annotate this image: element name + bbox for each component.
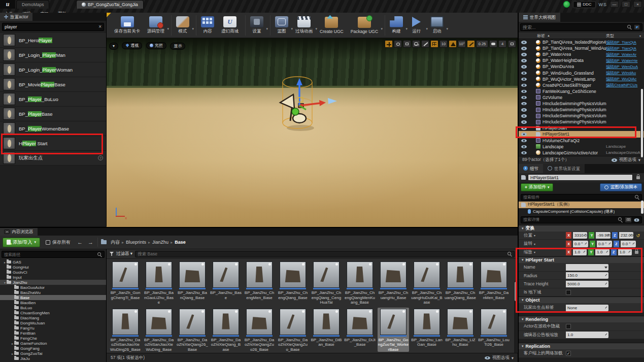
asset-item[interactable]: BP_JianZhu_LiZhu_Base (445, 308, 476, 352)
asset-item[interactable]: BP_JianZhu_ChuangHuDuiKai_Base (411, 260, 443, 305)
transform-gizmo[interactable] (292, 78, 337, 115)
details-search-input[interactable] (523, 217, 616, 222)
add-component-button[interactable]: +添加组件▾ (521, 183, 553, 191)
folder-tree-item[interactable]: BaoGuoActor (0, 285, 106, 290)
scale-tool-button[interactable] (403, 40, 411, 48)
camera-speed-value[interactable]: 4 (498, 40, 506, 48)
billboard-scale-field[interactable]: 1.0 (566, 332, 608, 338)
toolbar-button-package-ugc[interactable]: Package UGC▾ (348, 14, 383, 37)
location-y-field[interactable]: -99.999 (596, 232, 610, 239)
asset-item[interactable]: BP_JianZhu_DaoZhiXieQiang26_Base (177, 308, 208, 352)
outliner-row[interactable]: HIncludeSwimmingPhysicsVolume3 (519, 113, 644, 119)
visibility-eye-icon[interactable] (521, 95, 527, 100)
rotation-z-field[interactable]: 0.0 ° (621, 241, 636, 247)
edit-blueprint-link[interactable]: 编辑BP_WindAu (606, 70, 641, 76)
outliner-row[interactable]: BP_WuQiActor_WeistLamp编辑BP_WuQiAc (519, 76, 644, 82)
toolbar-button-create-ugc[interactable]: Create UGC (317, 14, 348, 37)
section-hplayer-start[interactable]: ▾HPlayer Start (519, 256, 644, 263)
asset-item[interactable]: BP_JianZhu_DaoZhiSanJiaoXieWuDing_Base (143, 308, 175, 352)
reset-to-default-icon[interactable]: ↺ (636, 233, 640, 238)
rotation-snap-button[interactable] (449, 40, 457, 48)
outliner-search-input[interactable] (523, 25, 625, 30)
edit-blueprint-link[interactable]: 编辑BP_TianQiA (606, 46, 641, 51)
asset-item[interactable]: BP_JianZhu_ChengQiang_CengHuaTai (311, 260, 342, 305)
close-button[interactable]: × (633, 1, 642, 8)
radius-field[interactable]: 150.0 (566, 272, 608, 279)
component-capsule-row[interactable]: CapsuleComponent (CollisionCapsule) (继承) (519, 208, 644, 215)
toolbar-button-play[interactable]: 运行▾ (408, 14, 428, 37)
window-tab-asset[interactable]: BP_GongZuoTai_GongJia (76, 0, 144, 9)
section-object[interactable]: ▾Object (519, 297, 644, 303)
edit-blueprint-link[interactable]: 编辑BP_WaterAr (606, 52, 641, 57)
folder-tree-item[interactable]: ▾JianZhu (0, 280, 106, 285)
scale-snap-value[interactable]: 0.25 (476, 40, 488, 48)
place-actor-item[interactable]: BP_Login_PlayerWoman (0, 62, 106, 77)
trace-height-field[interactable]: 5000.0 (566, 281, 608, 287)
folder-tree-item[interactable]: GuolvCi (0, 270, 106, 275)
outliner-row[interactable]: LandscapeLandscape (519, 144, 644, 150)
player-start-gizmo[interactable] (269, 66, 340, 140)
clear-search-icon[interactable]: × (98, 24, 101, 29)
rotation-x-field[interactable]: 0.0 ° (573, 241, 588, 247)
toolbar-button-build[interactable]: 构建▾ (387, 14, 408, 37)
toolbar-button-marketplace[interactable]: 虚幻商城 (219, 14, 243, 37)
outliner-row[interactable]: HVolumeChuFaQi2 (519, 138, 644, 144)
details-scrollbar[interactable] (641, 201, 643, 214)
place-actor-item[interactable]: HPlayer Start (0, 136, 106, 151)
world-local-toggle[interactable] (412, 40, 420, 48)
place-actor-item[interactable]: BP_Login_PlayerMan (0, 48, 106, 62)
place-actor-item[interactable]: BP_PlayerWomenBase (0, 121, 106, 136)
edit-blueprint-link[interactable]: 编辑BP_WuQiAc (606, 76, 641, 82)
outliner-row[interactable]: BP_TianQiArea_IsolatedRegion4编辑BP_TianQi… (519, 39, 644, 45)
move-tool-button[interactable] (385, 40, 393, 48)
outliner-row[interactable]: HIncludeSwimmingPhysicsVolume2 (519, 107, 644, 113)
place-actor-item[interactable]: 玩家出生点? (0, 151, 106, 166)
toolbar-button-settings[interactable]: 设置▾ (248, 14, 268, 37)
visibility-eye-icon[interactable] (521, 64, 527, 69)
viewport-maximize-button[interactable] (508, 40, 516, 48)
tab-details[interactable]: i细节 (519, 164, 543, 173)
tree-expand-icon[interactable]: ▸ (11, 352, 14, 355)
folder-tree-item[interactable]: FengChe (0, 336, 106, 341)
folder-tree-item[interactable]: FangYu (0, 325, 106, 331)
asset-item[interactable]: BP_JianZhu_DanMen_Base (478, 260, 510, 305)
outliner-filter-button[interactable] (634, 24, 640, 30)
visibility-eye-icon[interactable] (521, 101, 527, 106)
outliner-row[interactable]: HPlayerStart1 (519, 131, 644, 137)
outliner-scrollbar[interactable] (640, 89, 643, 160)
rotation-snap-value[interactable]: 10° (458, 40, 466, 48)
asset-item[interactable]: BP_JianZhu_ChengQiang_Base (277, 260, 309, 305)
visibility-eye-icon[interactable] (521, 89, 527, 94)
location-x-field[interactable]: 3310.0 (573, 232, 587, 239)
viewport-perspective-button[interactable]: 透视 (122, 42, 142, 49)
asset-item[interactable]: BP_JianZhu_DiBan_Base (311, 308, 342, 352)
tab-world-settings[interactable]: 世界场景设置 (543, 164, 585, 173)
toolbar-button-launch[interactable]: 启动▾ (428, 14, 448, 37)
toolbar-button-save[interactable]: 保存当前关卡 (112, 14, 145, 37)
tab-place-actors[interactable]: 放置actor (0, 13, 32, 21)
asset-item[interactable]: BP_JianZhu_BanQiang_Base (177, 260, 208, 305)
visibility-eye-icon[interactable] (521, 58, 527, 63)
scale-lock-icon[interactable] (635, 251, 638, 254)
outliner-row[interactable]: LandscapeGizmoActiveActorLandscapeGizmoA (519, 150, 644, 156)
blueprint-add-script-button[interactable]: 蓝图/添加脚本 (600, 183, 642, 191)
visibility-eye-icon[interactable] (521, 52, 527, 57)
tree-expand-icon[interactable]: ▸ (11, 342, 14, 345)
folder-tree-item[interactable]: BiaoBen (0, 300, 106, 305)
minimize-button[interactable]: — (610, 1, 619, 8)
visibility-eye-icon[interactable] (521, 119, 527, 124)
column-label[interactable]: 标签 (537, 33, 545, 39)
details-grid-button[interactable] (625, 217, 632, 223)
edit-blueprint-link[interactable]: 编辑BP_WenDuA (606, 64, 641, 70)
viewport-options-dropdown[interactable]: ▾ (109, 43, 118, 50)
folder-tree-item[interactable]: BuLuo (0, 305, 106, 310)
asset-item[interactable]: BP_JianZhu_ChengMen_Base (244, 260, 275, 305)
breadcrumb-item[interactable]: JianZhu (152, 240, 168, 245)
section-replication[interactable]: ▾Replication (519, 343, 644, 349)
tab-content-browser[interactable]: 内容浏览器 (0, 228, 38, 236)
visibility-eye-icon[interactable] (521, 83, 527, 88)
asset-item[interactable]: BP_JianZh_GongChengTi_Base (110, 260, 141, 305)
visibility-eye-icon[interactable] (521, 77, 527, 82)
component-search-input[interactable] (523, 195, 633, 200)
actor-hidden-checkbox[interactable] (566, 324, 571, 329)
